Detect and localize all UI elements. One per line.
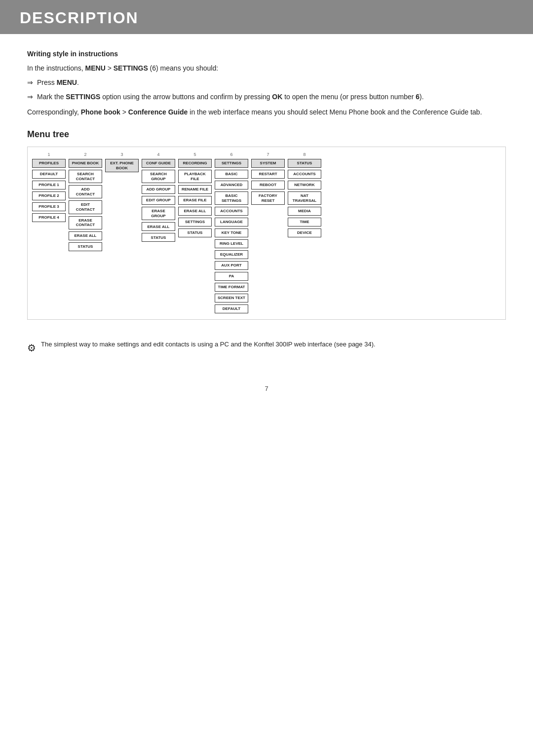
col4-item-add-group: ADD GROUP: [142, 185, 175, 194]
col2-item-add-contact: ADD CONTACT: [69, 185, 102, 198]
col2-header: PHONE BOOK: [69, 159, 102, 168]
col2-item-search-contact: SEARCH CONTACT: [69, 170, 102, 183]
col6-item-key-tone: KEY TONE: [215, 228, 248, 237]
col-num-7: 7: [266, 152, 269, 157]
header-bar: DESCRIPTION: [0, 0, 533, 34]
col5-item-rename-file: RENAME FILE: [178, 185, 212, 194]
col-num-3: 3: [120, 152, 123, 157]
tree-col-3: 3 EXT. PHONE BOOK: [105, 152, 139, 173]
col4-item-erase-group: ERASE GROUP: [142, 207, 175, 220]
col1-items: DEFAULT PROFILE 1 PROFILE 2 PROFILE 3 PR…: [32, 170, 66, 223]
page-footer: 7: [27, 385, 506, 392]
col1-item-profile2: PROFILE 2: [32, 191, 66, 200]
col-num-1: 1: [47, 152, 50, 157]
col6-item-screen-text: SCREEN TEXT: [215, 294, 248, 302]
col4-item-status: STATUS: [142, 233, 175, 242]
menu-tree-section: Menu tree 1 PROFILES DEFAULT PROFILE 1 P…: [27, 129, 506, 320]
writing-style-step1: ⇒ Press MENU.: [27, 77, 506, 88]
page-number: 7: [265, 385, 268, 392]
col8-item-nat-traversal: NAT TRAVERSAL: [288, 191, 321, 205]
col2-items: SEARCH CONTACT ADD CONTACT EDIT CONTACT …: [69, 170, 102, 252]
col2-item-status: STATUS: [69, 242, 102, 251]
col8-item-network: NETWORK: [288, 181, 321, 189]
writing-style-intro: In the instructions, MENU > SETTINGS (6)…: [27, 63, 506, 74]
col4-items: SEARCH GROUP ADD GROUP EDIT GROUP ERASE …: [142, 170, 175, 243]
col-num-5: 5: [193, 152, 196, 157]
menu-tree-title: Menu tree: [27, 129, 506, 140]
tip-icon: ⚙: [27, 340, 36, 355]
writing-style-step1-text: Press MENU.: [37, 77, 79, 88]
col6-item-equalizer: EQUALIZER: [215, 250, 248, 259]
col1-item-profile3: PROFILE 3: [32, 202, 66, 211]
col6-header: SETTINGS: [215, 159, 248, 168]
col6-item-pa: PA: [215, 272, 248, 281]
col5-item-erase-file: ERASE FILE: [178, 196, 212, 205]
col-num-4: 4: [157, 152, 159, 157]
col2-item-erase-contact: ERASE CONTACT: [69, 216, 102, 229]
col6-item-basic: BASIC: [215, 170, 248, 179]
col6-item-time-format: TIME FORMAT: [215, 283, 248, 292]
col6-item-default: DEFAULT: [215, 304, 248, 313]
col7-items: RESTART REBOOT FACTORY RESET: [251, 170, 285, 206]
col6-items: BASIC ADVANCED BASIC SETTINGS ACCOUNTS L…: [215, 170, 248, 314]
col8-item-device: DEVICE: [288, 228, 321, 237]
col5-item-erase-all: ERASE ALL: [178, 207, 212, 216]
writing-style-note: Correspondingly, Phone book > Conference…: [27, 107, 506, 117]
writing-style-step2-text: Mark the SETTINGS option using the arrow…: [37, 92, 424, 102]
tree-col-1: 1 PROFILES DEFAULT PROFILE 1 PROFILE 2 P…: [32, 152, 66, 223]
col6-item-aux-port: AUX PORT: [215, 261, 248, 270]
col-num-2: 2: [84, 152, 86, 157]
col8-item-accounts: ACCOUNTS: [288, 170, 321, 179]
tree-col-7: 7 SYSTEM RESTART REBOOT FACTORY RESET: [251, 152, 285, 206]
arrow-icon-2: ⇒: [27, 92, 33, 102]
col-num-8: 8: [303, 152, 305, 157]
col7-item-factory-reset: FACTORY RESET: [251, 191, 285, 205]
arrow-icon-1: ⇒: [27, 77, 33, 88]
col8-item-media: MEDIA: [288, 207, 321, 216]
col1-item-profile4: PROFILE 4: [32, 213, 66, 222]
col1-header: PROFILES: [32, 159, 66, 168]
col6-item-basic-settings: BASIC SETTINGS: [215, 191, 248, 205]
col4-item-search-group: SEARCH GROUP: [142, 170, 175, 183]
col8-item-time: TIME: [288, 218, 321, 227]
col2-item-edit-contact: EDIT CONTACT: [69, 200, 102, 214]
writing-style-step2: ⇒ Mark the SETTINGS option using the arr…: [27, 92, 506, 102]
tree-col-5: 5 RECORDING PLAYBACK FILE RENAME FILE ER…: [178, 152, 212, 238]
col8-header: STATUS: [288, 159, 321, 168]
tree-col-2: 2 PHONE BOOK SEARCH CONTACT ADD CONTACT …: [68, 152, 103, 252]
col1-item-default: DEFAULT: [32, 170, 66, 179]
tip-section: ⚙ The simplest way to make settings and …: [27, 340, 506, 355]
col3-header: EXT. PHONE BOOK: [105, 159, 139, 172]
col7-header: SYSTEM: [251, 159, 285, 168]
col6-item-advanced: ADVANCED: [215, 181, 248, 189]
col2-item-erase-all: ERASE ALL: [69, 231, 102, 240]
page-title: DESCRIPTION: [20, 9, 513, 27]
col5-header: RECORDING: [178, 159, 212, 168]
col5-item-status: STATUS: [178, 228, 212, 237]
col6-item-accounts: ACCOUNTS: [215, 207, 248, 216]
col4-header: CONF GUIDE: [142, 159, 175, 168]
writing-style-section: Writing style in instructions In the ins…: [27, 49, 506, 117]
col1-item-profile1: PROFILE 1: [32, 181, 66, 189]
col7-item-restart: RESTART: [251, 170, 285, 179]
writing-style-title: Writing style in instructions: [27, 49, 506, 59]
tree-col-8: 8 STATUS ACCOUNTS NETWORK NAT TRAVERSAL …: [287, 152, 322, 238]
col4-item-erase-all: ERASE ALL: [142, 222, 175, 231]
tip-text: The simplest way to make settings and ed…: [41, 340, 376, 349]
tree-col-4: 4 CONF GUIDE SEARCH GROUP ADD GROUP EDIT…: [141, 152, 176, 243]
col4-item-edit-group: EDIT GROUP: [142, 196, 175, 205]
col6-item-language: LANGUAGE: [215, 218, 248, 227]
col7-item-reboot: REBOOT: [251, 181, 285, 189]
col8-items: ACCOUNTS NETWORK NAT TRAVERSAL MEDIA TIM…: [288, 170, 321, 238]
menu-tree-container: 1 PROFILES DEFAULT PROFILE 1 PROFILE 2 P…: [27, 147, 506, 320]
col5-item-settings: SETTINGS: [178, 218, 212, 227]
col5-item-playback-file: PLAYBACK FILE: [178, 170, 212, 183]
col5-items: PLAYBACK FILE RENAME FILE ERASE FILE ERA…: [178, 170, 212, 238]
col-num-6: 6: [230, 152, 232, 157]
col6-item-ring-level: RING LEVEL: [215, 239, 248, 248]
tree-col-6: 6 SETTINGS BASIC ADVANCED BASIC SETTINGS…: [214, 152, 249, 314]
